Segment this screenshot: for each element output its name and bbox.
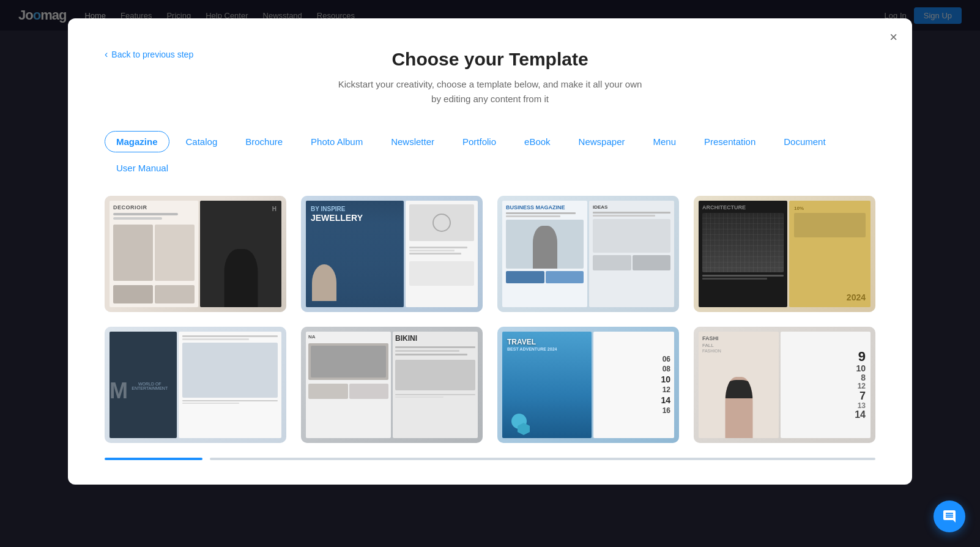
scroll-indicators <box>105 458 875 460</box>
tab-brochure[interactable]: Brochure <box>234 131 294 152</box>
scroll-indicator-inactive <box>210 458 875 460</box>
template-modal: × ‹ Back to previous step Choose your Te… <box>68 18 912 485</box>
tab-user-manual[interactable]: User Manual <box>105 157 180 179</box>
chat-button[interactable] <box>934 500 965 532</box>
template-tabs: Magazine Catalog Brochure Photo Album Ne… <box>105 131 875 179</box>
page-title: Choose your Template <box>105 49 875 70</box>
tab-newspaper[interactable]: Newspaper <box>567 131 637 152</box>
chat-icon <box>942 509 957 524</box>
modal-header: Choose your Template Kickstart your crea… <box>105 49 875 106</box>
template-grid: DECORIOIR <box>105 196 875 443</box>
subtitle: Kickstart your creativity, choose a temp… <box>105 77 875 106</box>
tab-newsletter[interactable]: Newsletter <box>379 131 446 152</box>
tab-magazine[interactable]: Magazine <box>105 131 169 152</box>
tab-catalog[interactable]: Catalog <box>174 131 229 152</box>
template-m-magazine[interactable]: M WORLD OF ENTERTAINMENT <box>105 327 286 443</box>
tab-menu[interactable]: Menu <box>641 131 688 152</box>
tab-portfolio[interactable]: Portfolio <box>451 131 508 152</box>
tab-ebook[interactable]: eBook <box>513 131 562 152</box>
tab-presentation[interactable]: Presentation <box>692 131 767 152</box>
template-decorioir[interactable]: DECORIOIR <box>105 196 286 312</box>
close-button[interactable]: × <box>889 31 897 44</box>
template-bikini[interactable]: NA BIKINI <box>301 327 483 443</box>
template-jewellery[interactable]: BY INSPIRE JEWELLERY <box>301 196 483 312</box>
tab-document[interactable]: Document <box>772 131 837 152</box>
template-business[interactable]: BUSINESS MAGAZINE IDEAS <box>497 196 679 312</box>
template-fall-fashion[interactable]: FASHI FALL FASHION 9 10 8 12 7 <box>694 327 875 443</box>
template-travel[interactable]: TRAVEL BEST ADVENTURE 2024 06 08 10 12 1… <box>497 327 679 443</box>
back-link[interactable]: ‹ Back to previous step <box>105 49 193 60</box>
scroll-indicator-active <box>105 458 202 460</box>
chevron-left-icon: ‹ <box>105 49 108 60</box>
template-architecture[interactable]: ARCHITECTURE 10% 2024 <box>694 196 875 312</box>
back-label: Back to previous step <box>111 50 193 59</box>
tab-photo-album[interactable]: Photo Album <box>299 131 374 152</box>
